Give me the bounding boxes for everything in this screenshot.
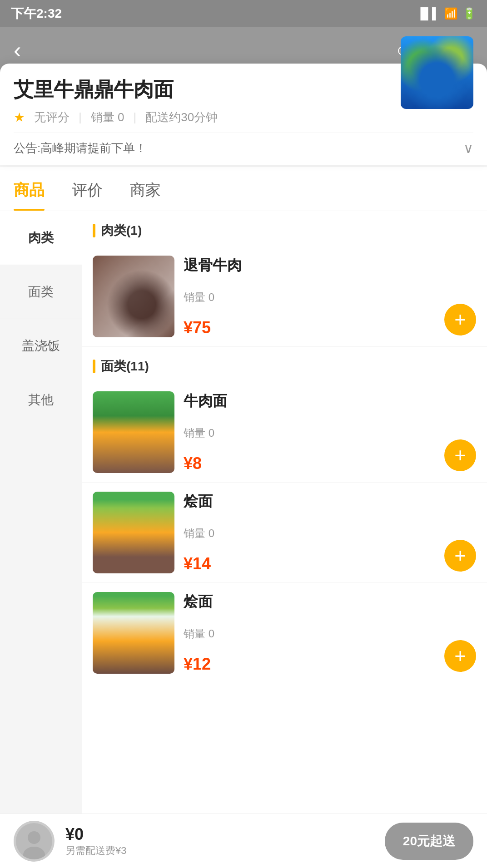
separator2: | — [133, 110, 136, 124]
product-item-niuroumiann: 牛肉面 销量 0 ¥8 + — [82, 382, 487, 483]
svg-point-0 — [28, 831, 40, 844]
product-info-huimian1: 烩面 销量 0 ¥14 — [184, 492, 476, 573]
cart-info: ¥0 另需配送费¥3 — [65, 825, 385, 858]
category-header-noodle: 面类(11) — [82, 347, 487, 382]
restaurant-notice[interactable]: 公告:高峰期请提前下单！ ∨ — [14, 133, 473, 156]
product-price-huimian1: ¥14 — [184, 554, 476, 573]
add-button-huimian2[interactable]: + — [444, 640, 476, 672]
category-noodle-label: 面类(11) — [101, 358, 149, 375]
category-meat-label: 肉类(1) — [101, 222, 142, 239]
sidebar-item-meat[interactable]: 肉类 — [0, 211, 82, 265]
restaurant-image — [401, 36, 473, 109]
restaurant-header: 艾里牛鼎鼎牛肉面 ★ 无评分 | 销量 0 | 配送约30分钟 公告:高峰期请提… — [0, 64, 487, 165]
product-image-huimian1 — [93, 492, 174, 573]
back-button[interactable]: ‹ — [14, 37, 21, 63]
wifi-icon: 📶 — [444, 7, 458, 20]
category-header-meat: 肉类(1) — [82, 211, 487, 247]
product-name-huimian1: 烩面 — [184, 492, 476, 512]
product-name-huimian2: 烩面 — [184, 592, 476, 612]
restaurant-delivery: 配送约30分钟 — [145, 109, 218, 125]
category-bar-icon — [93, 224, 95, 237]
product-list: 肉类(1) 退骨牛肉 销量 0 ¥75 + 面类(11) 牛肉面 — [82, 211, 487, 847]
noodle-image — [93, 391, 174, 473]
product-info-huimian2: 烩面 销量 0 ¥12 — [184, 592, 476, 674]
svg-point-1 — [23, 847, 45, 859]
star-icon: ★ — [14, 110, 25, 125]
stew-image — [93, 492, 174, 573]
product-info-niuroumian: 牛肉面 销量 0 ¥8 — [184, 391, 476, 473]
add-button-tuigouniurou[interactable]: + — [444, 304, 476, 335]
sidebar-item-rice[interactable]: 盖浇饭 — [0, 319, 82, 373]
content-area: 肉类 面类 盖浇饭 其他 肉类(1) 退骨牛肉 销量 0 ¥75 — [0, 211, 487, 847]
category-bar-icon-2 — [93, 360, 95, 373]
product-price-niuroumian: ¥8 — [184, 454, 476, 473]
cart-avatar — [14, 821, 55, 862]
product-item-huimian2: 烩面 销量 0 ¥12 + — [82, 583, 487, 683]
order-button[interactable]: 20元起送 — [385, 823, 473, 860]
product-name-niuroumian: 牛肉面 — [184, 391, 476, 411]
add-button-huimian1[interactable]: + — [444, 540, 476, 572]
tab-merchant[interactable]: 商家 — [130, 167, 179, 211]
meat-image — [93, 256, 174, 337]
cart-total: ¥0 — [65, 825, 385, 844]
avatar-svg — [18, 828, 50, 859]
sidebar: 肉类 面类 盖浇饭 其他 — [0, 211, 82, 847]
status-time: 下午2:32 — [11, 5, 62, 22]
restaurant-meta: ★ 无评分 | 销量 0 | 配送约30分钟 — [14, 109, 473, 125]
product-item-huimian1: 烩面 销量 0 ¥14 + — [82, 483, 487, 583]
product-info-tuigouniurou: 退骨牛肉 销量 0 ¥75 — [184, 256, 476, 337]
add-button-niuroumian[interactable]: + — [444, 439, 476, 471]
restaurant-rating: 无评分 — [34, 109, 70, 125]
braised-image — [93, 592, 174, 674]
chevron-down-icon: ∨ — [463, 140, 473, 156]
tab-goods[interactable]: 商品 — [14, 167, 63, 211]
avatar-icon — [16, 823, 52, 859]
product-name-tuigouniurou: 退骨牛肉 — [184, 256, 476, 276]
product-price-huimian2: ¥12 — [184, 655, 476, 674]
cart-delivery-fee: 另需配送费¥3 — [65, 844, 385, 858]
tab-review[interactable]: 评价 — [72, 167, 121, 211]
status-icons: ▐▌▌ 📶 🔋 — [417, 7, 476, 20]
restaurant-sales: 销量 0 — [91, 109, 124, 125]
product-price-tuigouniurou: ¥75 — [184, 318, 476, 337]
product-sales-tuigouniurou: 销量 0 — [184, 290, 476, 305]
product-image-huimian2 — [93, 592, 174, 674]
product-image-niuroumian — [93, 391, 174, 473]
sidebar-item-other[interactable]: 其他 — [0, 373, 82, 427]
restaurant-food-image — [401, 36, 473, 109]
notice-text: 公告:高峰期请提前下单！ — [14, 140, 147, 156]
product-sales-niuroumian: 销量 0 — [184, 426, 476, 440]
sidebar-item-noodle[interactable]: 面类 — [0, 265, 82, 319]
battery-icon: 🔋 — [462, 7, 476, 20]
separator1: | — [79, 110, 82, 124]
product-image-tuigouniurou — [93, 256, 174, 337]
product-sales-huimian1: 销量 0 — [184, 526, 476, 541]
status-bar: 下午2:32 ▐▌▌ 📶 🔋 — [0, 0, 487, 27]
product-sales-huimian2: 销量 0 — [184, 626, 476, 641]
tab-bar: 商品 评价 商家 — [0, 167, 487, 211]
bottom-bar: ¥0 另需配送费¥3 20元起送 — [0, 814, 487, 868]
signal-icon: ▐▌▌ — [417, 7, 440, 20]
product-item-tuigouniurou: 退骨牛肉 销量 0 ¥75 + — [82, 247, 487, 347]
